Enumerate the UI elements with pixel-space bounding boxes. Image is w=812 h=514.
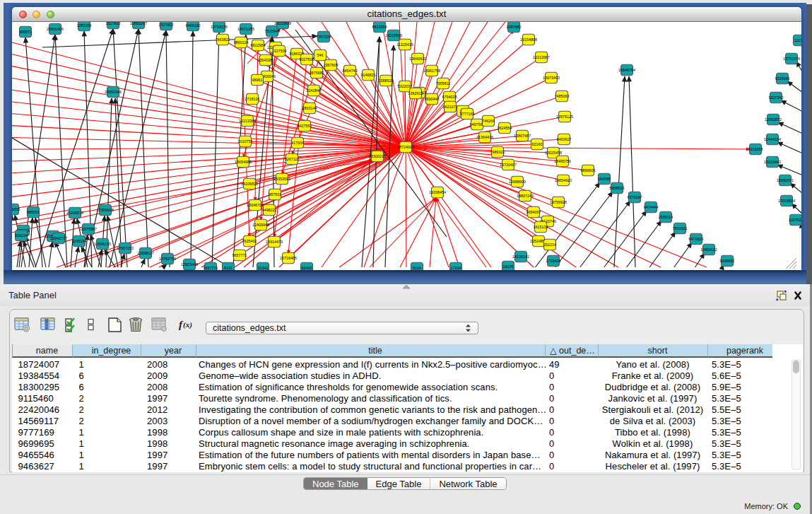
svg-text:16210643: 16210643: [764, 160, 781, 164]
svg-text:12093872: 12093872: [765, 117, 782, 122]
svg-text:417004: 417004: [291, 141, 304, 145]
svg-text:5322037: 5322037: [398, 84, 413, 88]
svg-text:17359938: 17359938: [97, 208, 114, 212]
svg-text:8471626: 8471626: [689, 237, 704, 241]
svg-text:10688609: 10688609: [509, 180, 526, 184]
svg-text:12409948: 12409948: [252, 223, 269, 227]
svg-text:7632621: 7632621: [673, 226, 688, 230]
svg-text:15353593: 15353593: [273, 177, 290, 181]
svg-text:2367608: 2367608: [324, 63, 339, 67]
svg-text:405571: 405571: [19, 30, 32, 34]
svg-text:9227342: 9227342: [769, 95, 784, 100]
svg-text:1327509: 1327509: [272, 49, 287, 53]
svg-text:1362615: 1362615: [408, 91, 423, 95]
svg-text:17957253: 17957253: [117, 246, 134, 250]
svg-text:4498222: 4498222: [262, 208, 277, 212]
svg-text:10543382: 10543382: [257, 58, 274, 62]
svg-text:10046708: 10046708: [247, 203, 264, 207]
svg-text:7485063: 7485063: [555, 94, 570, 98]
svg-text:1615132: 1615132: [534, 225, 548, 229]
svg-text:1588520: 1588520: [379, 78, 394, 83]
svg-text:8131: 8131: [224, 266, 233, 270]
svg-text:1081159: 1081159: [77, 23, 92, 28]
svg-text:9084067: 9084067: [526, 210, 541, 214]
svg-text:16154808: 16154808: [520, 37, 537, 42]
svg-text:2718126: 2718126: [245, 97, 260, 101]
svg-text:252214: 252214: [543, 243, 556, 247]
svg-text:3624554: 3624554: [498, 126, 512, 130]
svg-text:7515546: 7515546: [265, 29, 280, 33]
svg-text:164095: 164095: [598, 177, 611, 181]
svg-text:1010755: 1010755: [238, 139, 253, 144]
svg-text:6379197: 6379197: [628, 195, 642, 199]
svg-text:19218506: 19218506: [385, 33, 402, 37]
svg-text:9245652: 9245652: [720, 259, 735, 263]
svg-text:1733426: 1733426: [546, 259, 561, 263]
svg-text:8813054: 8813054: [372, 25, 387, 29]
svg-text:31342: 31342: [258, 266, 269, 270]
svg-text:746266: 746266: [482, 119, 495, 123]
svg-text:15692971: 15692971: [777, 178, 794, 182]
svg-text:16671355: 16671355: [237, 27, 254, 31]
svg-text:9860124: 9860124: [234, 40, 249, 45]
svg-text:939154: 939154: [15, 233, 28, 238]
svg-text:20206578: 20206578: [66, 211, 83, 215]
svg-text:9327508: 9327508: [300, 57, 314, 62]
svg-text:987833: 987833: [269, 192, 281, 197]
svg-text:19756928: 19756928: [550, 200, 567, 204]
svg-text:8134: 8134: [413, 266, 421, 270]
svg-text:10025458: 10025458: [545, 151, 562, 155]
svg-text:9657771: 9657771: [233, 253, 247, 257]
svg-text:17334: 17334: [451, 266, 461, 270]
svg-text:1527602: 1527602: [106, 22, 121, 25]
svg-text:1167532: 1167532: [789, 218, 801, 222]
svg-text:12213967: 12213967: [533, 55, 550, 59]
svg-text:98961: 98961: [252, 78, 263, 82]
svg-text:7663822: 7663822: [216, 37, 230, 42]
svg-text:19106825: 19106825: [241, 182, 258, 186]
svg-text:3267110: 3267110: [285, 157, 300, 161]
svg-text:7625402: 7625402: [242, 239, 257, 243]
svg-text:546: 546: [317, 53, 324, 57]
svg-text:9329966: 9329966: [775, 76, 790, 81]
svg-text:2935114: 2935114: [659, 215, 673, 219]
svg-text:21364436: 21364436: [476, 135, 493, 139]
svg-text:12444154: 12444154: [764, 137, 781, 141]
svg-text:9777169: 9777169: [460, 112, 475, 116]
svg-text:10958117: 10958117: [137, 251, 154, 255]
svg-text:20691406: 20691406: [47, 27, 64, 31]
svg-text:18724007: 18724007: [397, 145, 414, 149]
svg-text:9146821: 9146821: [361, 73, 376, 77]
svg-text:1527602: 1527602: [159, 23, 174, 27]
svg-text:18807249: 18807249: [517, 194, 534, 198]
svg-text:1621072: 1621072: [443, 105, 458, 109]
svg-text:5958923: 5958923: [610, 186, 625, 190]
svg-text:12923448: 12923448: [181, 262, 198, 267]
svg-text:6899605: 6899605: [581, 168, 596, 173]
svg-text:12905135: 12905135: [94, 242, 111, 246]
svg-text:985001: 985001: [27, 210, 40, 214]
svg-text:16961758: 16961758: [423, 69, 440, 73]
svg-text:7955812: 7955812: [436, 81, 451, 86]
svg-text:10853267: 10853267: [130, 22, 147, 25]
svg-text:13640910: 13640910: [409, 57, 426, 61]
svg-text:7986322: 7986322: [490, 150, 505, 154]
svg-text:12942737: 12942737: [50, 236, 67, 240]
svg-text:15751074: 15751074: [783, 57, 800, 61]
svg-text:10782759: 10782759: [159, 257, 176, 261]
svg-text:16033809: 16033809: [274, 22, 291, 25]
svg-text:2803144: 2803144: [302, 106, 317, 110]
svg-text:9657771: 9657771: [204, 266, 218, 270]
svg-text:8990448: 8990448: [425, 97, 440, 101]
svg-text:9463627: 9463627: [557, 137, 572, 141]
svg-text:1145194: 1145194: [72, 239, 87, 243]
svg-text:14136141: 14136141: [512, 255, 529, 259]
svg-text:12213369: 12213369: [239, 119, 256, 123]
svg-text:10973493: 10973493: [543, 76, 560, 80]
svg-text:8454749: 8454749: [343, 69, 358, 73]
svg-text:(x): (x): [183, 320, 192, 329]
svg-text:6466160: 6466160: [186, 23, 201, 28]
svg-text:29053346: 29053346: [105, 90, 122, 94]
svg-text:18495756: 18495756: [554, 159, 571, 163]
svg-text:10654112: 10654112: [700, 247, 717, 252]
